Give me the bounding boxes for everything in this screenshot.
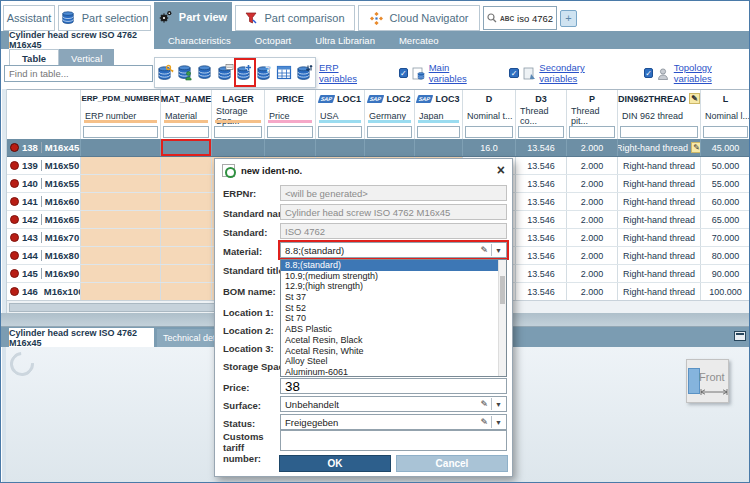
dropdown-item[interactable]: Acetal Resin, White <box>281 346 506 357</box>
table-view-icon[interactable] <box>276 60 294 85</box>
front-view-cube[interactable]: Front <box>686 359 729 403</box>
col-price[interactable]: PRICE <box>265 90 316 107</box>
cell-material-highlighted[interactable] <box>161 139 212 156</box>
filter-material[interactable] <box>163 126 209 138</box>
cell-loc2[interactable] <box>365 139 415 156</box>
price-input[interactable] <box>280 378 507 394</box>
col-p[interactable]: P <box>567 90 618 107</box>
ok-button[interactable]: OK <box>279 455 391 472</box>
col-loc1[interactable]: SAP LOC1 <box>316 90 365 107</box>
col-l[interactable]: L <box>701 90 750 107</box>
chevron-down-icon[interactable]: ▼ <box>495 419 502 426</box>
cell-loc3[interactable] <box>415 139 463 156</box>
filter-loc1[interactable] <box>318 126 362 138</box>
cell-loc1[interactable] <box>316 139 365 156</box>
cell-p[interactable]: 2.000 <box>567 139 618 156</box>
scrollbar-thumb[interactable] <box>9 303 249 312</box>
filter-d3[interactable] <box>518 126 564 138</box>
filter-d[interactable] <box>465 126 513 138</box>
detach-window-icon[interactable] <box>734 331 746 341</box>
dropdown-item[interactable]: St 37 <box>281 292 506 303</box>
cell-price[interactable] <box>265 139 316 156</box>
scrollbar-thumb[interactable] <box>500 276 505 304</box>
tab-octopart[interactable]: Octopart <box>255 35 291 46</box>
dropdown-scrollbar[interactable] <box>498 260 506 376</box>
cell-thread[interactable]: Right-hand thread✎ <box>618 139 701 156</box>
add-search-tab-button[interactable]: + <box>560 10 577 27</box>
surface-combo[interactable]: Unbehandelt ✎▼ <box>280 396 507 412</box>
dropdown-item[interactable]: 12.9;(high strength) <box>281 281 506 292</box>
dropdown-item[interactable]: Aluminum-6061 <box>281 367 506 378</box>
database-card-icon[interactable] <box>216 60 234 85</box>
sync-database-icon[interactable] <box>295 60 313 85</box>
dropdown-item[interactable]: 10.9;(medium strength) <box>281 271 506 282</box>
tab-characteristics[interactable]: Characteristics <box>168 35 231 46</box>
col-d3[interactable]: D3 <box>516 90 567 107</box>
add-database-icon[interactable] <box>236 60 254 85</box>
cancel-button[interactable]: Cancel <box>396 455 508 472</box>
tab-part-view[interactable]: Part view <box>154 2 232 31</box>
erp-key-database-icon[interactable] <box>157 60 175 85</box>
dropdown-item[interactable]: St 52 <box>281 303 506 314</box>
table-row[interactable]: 138M16x45 16.0 13.546 2.000 Right-hand t… <box>7 139 750 157</box>
tab-mercateo[interactable]: Mercateo <box>399 35 439 46</box>
chevron-down-icon[interactable]: ▼ <box>495 247 502 254</box>
pencil-icon[interactable]: ✎ <box>481 245 489 255</box>
query-database-icon[interactable]: ? <box>256 60 274 85</box>
col-loc2[interactable]: SAP LOC2 <box>365 90 415 107</box>
tab-part-preview[interactable]: Cylinder head screw ISO 4762 M16x45 <box>9 328 154 347</box>
status-dot-icon <box>10 197 19 206</box>
main-variables-checkbox[interactable]: ✓ <box>399 68 409 78</box>
filter-din962[interactable] <box>620 126 698 138</box>
material-combo[interactable]: 8.8;(standard) ✎▼ <box>280 242 507 258</box>
filter-storage[interactable] <box>214 126 262 138</box>
user-database-icon[interactable] <box>177 60 195 85</box>
database-icon[interactable] <box>197 60 215 85</box>
pencil-icon[interactable]: ✎ <box>481 399 489 409</box>
dropdown-item[interactable]: St 70 <box>281 313 506 324</box>
filter-l[interactable] <box>703 126 748 138</box>
search-input[interactable]: ABC iso 4762 <box>483 6 557 30</box>
main-variables-link[interactable]: Main variables <box>429 62 488 84</box>
col-din962thread[interactable]: DIN962THREAD ✎ <box>618 90 701 107</box>
col-erp-pdm-number[interactable]: ERP_PDM_NUMBER <box>81 90 161 107</box>
col-loc3[interactable]: SAP LOC3 <box>415 90 463 107</box>
filter-p[interactable] <box>569 126 615 138</box>
filter-price[interactable] <box>267 126 313 138</box>
secondary-variables-checkbox[interactable]: ✓ <box>509 68 519 78</box>
pencil-icon[interactable]: ✎ <box>481 417 489 427</box>
tab-assistant[interactable]: Assistant <box>3 5 55 31</box>
dropdown-item[interactable]: 8.8;(standard) <box>281 260 506 271</box>
dropdown-item[interactable]: Alloy Steel <box>281 356 506 367</box>
chevron-down-icon[interactable]: ▼ <box>495 401 502 408</box>
col-d[interactable]: D <box>463 90 516 107</box>
topology-variables-checkbox[interactable]: ✓ <box>644 68 654 78</box>
tab-cloud-navigator[interactable]: Cloud Navigator <box>358 5 480 31</box>
tab-active-part[interactable]: Cylinder head screw ISO 4762 M16x45 <box>9 31 154 49</box>
dropdown-item[interactable]: Acetal Resin, Black <box>281 335 506 346</box>
filter-loc3[interactable] <box>417 126 460 138</box>
col-lager[interactable]: LAGER <box>212 90 265 107</box>
filter-erp-number[interactable] <box>83 126 158 138</box>
cell-l[interactable]: 45.000 <box>701 139 750 156</box>
tab-part-comparison[interactable]: Part comparison <box>235 5 355 31</box>
pencil-badge-icon: ✎ <box>689 93 700 104</box>
cell-erp-number[interactable] <box>81 139 161 156</box>
topology-variables-link[interactable]: Topology variables <box>674 62 749 84</box>
tab-ultra-librarian[interactable]: Ultra Librarian <box>315 35 375 46</box>
cell-d[interactable]: 16.0 <box>463 139 516 156</box>
sap-icon: SAP <box>367 95 385 103</box>
cell-storage[interactable] <box>212 139 265 156</box>
cell-d3[interactable]: 13.546 <box>516 139 567 156</box>
find-in-table-input[interactable] <box>4 65 153 82</box>
close-icon[interactable]: × <box>497 163 505 177</box>
col-mat-name[interactable]: MAT_NAME <box>161 90 212 107</box>
status-combo[interactable]: Freigegeben ✎▼ <box>280 414 507 430</box>
customs-input[interactable] <box>280 430 507 451</box>
erp-variables-link[interactable]: ERP variables <box>319 62 377 84</box>
dropdown-item[interactable]: ABS Plastic <box>281 324 506 335</box>
filter-loc2[interactable] <box>367 126 412 138</box>
search-value: iso 4762 <box>517 13 553 24</box>
secondary-variables-link[interactable]: Secondary variables <box>539 62 621 84</box>
tab-part-selection[interactable]: Part selection <box>58 5 151 31</box>
